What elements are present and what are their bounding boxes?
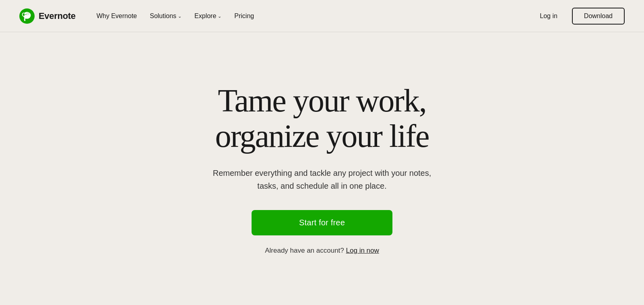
evernote-logo-icon [19, 8, 35, 24]
explore-chevron-icon: ⌄ [218, 14, 221, 19]
site-header: Evernote Why Evernote Solutions ⌄ Explor… [0, 0, 644, 32]
login-now-link[interactable]: Log in now [346, 247, 379, 254]
download-button[interactable]: Download [572, 8, 625, 25]
hero-title: Tame your work, organize your life [215, 83, 429, 154]
logo-text: Evernote [39, 11, 76, 21]
nav-item-solutions[interactable]: Solutions ⌄ [145, 9, 186, 23]
nav-item-why-evernote[interactable]: Why Evernote [92, 9, 142, 23]
login-button[interactable]: Log in [533, 9, 564, 23]
solutions-chevron-icon: ⌄ [178, 14, 182, 19]
hero-section: Tame your work, organize your life Remem… [0, 32, 644, 305]
svg-point-3 [23, 13, 25, 16]
hero-subtitle: Remember everything and tackle any proje… [209, 167, 435, 192]
header-left: Evernote Why Evernote Solutions ⌄ Explor… [19, 8, 259, 24]
logo-link[interactable]: Evernote [19, 8, 76, 24]
main-nav: Why Evernote Solutions ⌄ Explore ⌄ Prici… [92, 9, 259, 23]
svg-point-5 [26, 12, 30, 15]
header-right: Log in Download [533, 8, 625, 25]
nav-item-explore[interactable]: Explore ⌄ [190, 9, 226, 23]
account-prompt: Already have an account? Log in now [265, 247, 379, 255]
nav-item-pricing[interactable]: Pricing [229, 9, 259, 23]
start-free-button[interactable]: Start for free [252, 210, 392, 235]
